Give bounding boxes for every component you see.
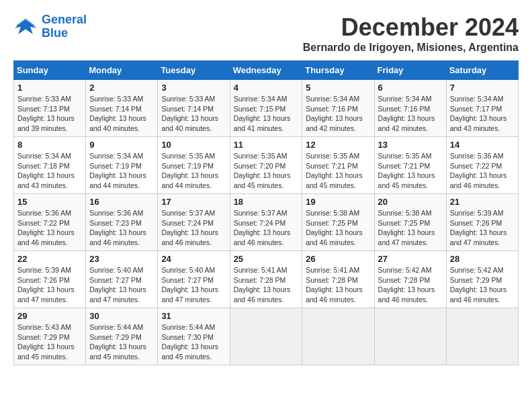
day-info: Sunrise: 5:41 AM Sunset: 7:28 PM Dayligh… bbox=[306, 265, 370, 305]
calendar-cell: 28Sunrise: 5:42 AM Sunset: 7:29 PM Dayli… bbox=[446, 251, 518, 308]
day-info: Sunrise: 5:35 AM Sunset: 7:21 PM Dayligh… bbox=[306, 151, 370, 191]
calendar-cell: 10Sunrise: 5:35 AM Sunset: 7:19 PM Dayli… bbox=[158, 137, 230, 194]
day-info: Sunrise: 5:34 AM Sunset: 7:17 PM Dayligh… bbox=[450, 94, 515, 134]
logo-bird-icon bbox=[13, 17, 38, 37]
calendar-week-4: 22Sunrise: 5:39 AM Sunset: 7:26 PM Dayli… bbox=[14, 251, 519, 308]
day-number: 14 bbox=[450, 140, 515, 150]
day-number: 13 bbox=[378, 140, 443, 150]
day-number: 17 bbox=[161, 197, 226, 207]
day-number: 8 bbox=[17, 140, 82, 150]
calendar-cell: 11Sunrise: 5:35 AM Sunset: 7:20 PM Dayli… bbox=[230, 137, 302, 194]
calendar-cell: 16Sunrise: 5:36 AM Sunset: 7:23 PM Dayli… bbox=[86, 194, 158, 251]
day-info: Sunrise: 5:33 AM Sunset: 7:13 PM Dayligh… bbox=[17, 94, 82, 134]
calendar-body: 1Sunrise: 5:33 AM Sunset: 7:13 PM Daylig… bbox=[14, 80, 519, 365]
calendar-cell bbox=[374, 308, 446, 365]
day-number: 30 bbox=[89, 311, 154, 321]
day-number: 28 bbox=[450, 254, 515, 264]
calendar-cell: 13Sunrise: 5:35 AM Sunset: 7:21 PM Dayli… bbox=[374, 137, 446, 194]
calendar-header-row: SundayMondayTuesdayWednesdayThursdayFrid… bbox=[14, 61, 519, 80]
day-info: Sunrise: 5:34 AM Sunset: 7:15 PM Dayligh… bbox=[234, 94, 299, 134]
day-number: 6 bbox=[378, 83, 443, 93]
title-block: December 2024 Bernardo de Irigoyen, Misi… bbox=[303, 13, 519, 54]
calendar-cell: 7Sunrise: 5:34 AM Sunset: 7:17 PM Daylig… bbox=[446, 80, 518, 137]
day-number: 3 bbox=[161, 83, 226, 93]
day-number: 20 bbox=[378, 197, 443, 207]
calendar-cell: 22Sunrise: 5:39 AM Sunset: 7:26 PM Dayli… bbox=[14, 251, 86, 308]
day-info: Sunrise: 5:34 AM Sunset: 7:16 PM Dayligh… bbox=[378, 94, 443, 134]
header-saturday: Saturday bbox=[446, 61, 518, 80]
calendar-cell: 30Sunrise: 5:44 AM Sunset: 7:29 PM Dayli… bbox=[86, 308, 158, 365]
day-info: Sunrise: 5:44 AM Sunset: 7:29 PM Dayligh… bbox=[89, 322, 154, 362]
day-info: Sunrise: 5:34 AM Sunset: 7:18 PM Dayligh… bbox=[17, 151, 82, 191]
calendar-cell bbox=[302, 308, 374, 365]
calendar-cell: 1Sunrise: 5:33 AM Sunset: 7:13 PM Daylig… bbox=[14, 80, 86, 137]
calendar-cell: 24Sunrise: 5:40 AM Sunset: 7:27 PM Dayli… bbox=[158, 251, 230, 308]
day-info: Sunrise: 5:40 AM Sunset: 7:27 PM Dayligh… bbox=[161, 265, 226, 305]
day-info: Sunrise: 5:43 AM Sunset: 7:29 PM Dayligh… bbox=[17, 322, 82, 362]
header-sunday: Sunday bbox=[14, 61, 86, 80]
calendar-cell: 21Sunrise: 5:39 AM Sunset: 7:26 PM Dayli… bbox=[446, 194, 518, 251]
header-friday: Friday bbox=[374, 61, 446, 80]
day-number: 26 bbox=[306, 254, 370, 264]
calendar-cell: 31Sunrise: 5:44 AM Sunset: 7:30 PM Dayli… bbox=[158, 308, 230, 365]
day-info: Sunrise: 5:38 AM Sunset: 7:25 PM Dayligh… bbox=[378, 208, 443, 248]
day-number: 16 bbox=[89, 197, 154, 207]
day-number: 9 bbox=[89, 140, 154, 150]
day-info: Sunrise: 5:40 AM Sunset: 7:27 PM Dayligh… bbox=[89, 265, 154, 305]
day-number: 25 bbox=[234, 254, 299, 264]
calendar-cell: 9Sunrise: 5:34 AM Sunset: 7:19 PM Daylig… bbox=[86, 137, 158, 194]
calendar-table: SundayMondayTuesdayWednesdayThursdayFrid… bbox=[13, 60, 519, 365]
calendar-cell: 20Sunrise: 5:38 AM Sunset: 7:25 PM Dayli… bbox=[374, 194, 446, 251]
day-info: Sunrise: 5:33 AM Sunset: 7:14 PM Dayligh… bbox=[161, 94, 226, 134]
day-info: Sunrise: 5:44 AM Sunset: 7:30 PM Dayligh… bbox=[161, 322, 226, 362]
calendar-cell: 19Sunrise: 5:38 AM Sunset: 7:25 PM Dayli… bbox=[302, 194, 374, 251]
calendar-week-5: 29Sunrise: 5:43 AM Sunset: 7:29 PM Dayli… bbox=[14, 308, 519, 365]
calendar-cell: 2Sunrise: 5:33 AM Sunset: 7:14 PM Daylig… bbox=[86, 80, 158, 137]
day-number: 7 bbox=[450, 83, 515, 93]
page-header: General Blue December 2024 Bernardo de I… bbox=[13, 13, 519, 54]
calendar-cell bbox=[230, 308, 302, 365]
day-info: Sunrise: 5:39 AM Sunset: 7:26 PM Dayligh… bbox=[450, 208, 515, 248]
location-subtitle: Bernardo de Irigoyen, Misiones, Argentin… bbox=[303, 42, 519, 54]
logo: General Blue bbox=[13, 13, 87, 40]
day-number: 31 bbox=[161, 311, 226, 321]
day-number: 12 bbox=[306, 140, 370, 150]
day-info: Sunrise: 5:36 AM Sunset: 7:22 PM Dayligh… bbox=[17, 208, 82, 248]
calendar-cell: 14Sunrise: 5:36 AM Sunset: 7:22 PM Dayli… bbox=[446, 137, 518, 194]
day-number: 23 bbox=[89, 254, 154, 264]
calendar-cell: 29Sunrise: 5:43 AM Sunset: 7:29 PM Dayli… bbox=[14, 308, 86, 365]
calendar-cell: 8Sunrise: 5:34 AM Sunset: 7:18 PM Daylig… bbox=[14, 137, 86, 194]
month-title: December 2024 bbox=[303, 13, 519, 42]
day-info: Sunrise: 5:36 AM Sunset: 7:23 PM Dayligh… bbox=[89, 208, 154, 248]
calendar-week-1: 1Sunrise: 5:33 AM Sunset: 7:13 PM Daylig… bbox=[14, 80, 519, 137]
calendar-cell: 27Sunrise: 5:42 AM Sunset: 7:28 PM Dayli… bbox=[374, 251, 446, 308]
day-info: Sunrise: 5:42 AM Sunset: 7:28 PM Dayligh… bbox=[378, 265, 443, 305]
day-info: Sunrise: 5:35 AM Sunset: 7:19 PM Dayligh… bbox=[161, 151, 226, 191]
calendar-week-2: 8Sunrise: 5:34 AM Sunset: 7:18 PM Daylig… bbox=[14, 137, 519, 194]
day-info: Sunrise: 5:37 AM Sunset: 7:24 PM Dayligh… bbox=[161, 208, 226, 248]
day-info: Sunrise: 5:36 AM Sunset: 7:22 PM Dayligh… bbox=[450, 151, 515, 191]
day-info: Sunrise: 5:42 AM Sunset: 7:29 PM Dayligh… bbox=[450, 265, 515, 305]
day-number: 21 bbox=[450, 197, 515, 207]
calendar-cell: 6Sunrise: 5:34 AM Sunset: 7:16 PM Daylig… bbox=[374, 80, 446, 137]
calendar-cell: 25Sunrise: 5:41 AM Sunset: 7:28 PM Dayli… bbox=[230, 251, 302, 308]
day-number: 24 bbox=[161, 254, 226, 264]
day-info: Sunrise: 5:34 AM Sunset: 7:19 PM Dayligh… bbox=[89, 151, 154, 191]
calendar-cell: 18Sunrise: 5:37 AM Sunset: 7:24 PM Dayli… bbox=[230, 194, 302, 251]
day-number: 2 bbox=[89, 83, 154, 93]
logo-text: General Blue bbox=[42, 13, 87, 40]
day-number: 29 bbox=[17, 311, 82, 321]
day-info: Sunrise: 5:41 AM Sunset: 7:28 PM Dayligh… bbox=[234, 265, 299, 305]
day-info: Sunrise: 5:33 AM Sunset: 7:14 PM Dayligh… bbox=[89, 94, 154, 134]
day-number: 27 bbox=[378, 254, 443, 264]
day-number: 18 bbox=[234, 197, 299, 207]
day-number: 1 bbox=[17, 83, 82, 93]
day-info: Sunrise: 5:34 AM Sunset: 7:16 PM Dayligh… bbox=[306, 94, 370, 134]
day-number: 5 bbox=[306, 83, 370, 93]
calendar-cell bbox=[446, 308, 518, 365]
calendar-cell: 3Sunrise: 5:33 AM Sunset: 7:14 PM Daylig… bbox=[158, 80, 230, 137]
day-number: 11 bbox=[234, 140, 299, 150]
day-number: 10 bbox=[161, 140, 226, 150]
calendar-cell: 23Sunrise: 5:40 AM Sunset: 7:27 PM Dayli… bbox=[86, 251, 158, 308]
day-number: 19 bbox=[306, 197, 370, 207]
